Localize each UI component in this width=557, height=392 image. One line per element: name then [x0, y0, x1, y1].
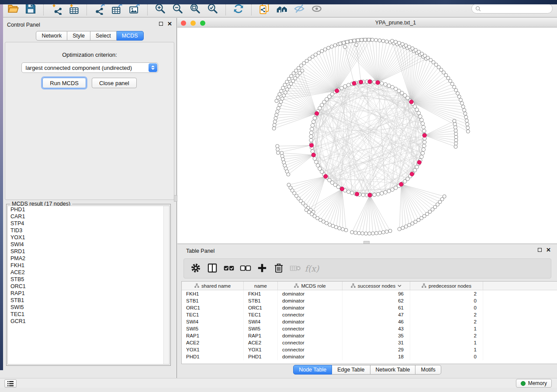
- column-header-predecessor-nodes[interactable]: predecessor nodes: [410, 282, 483, 290]
- close-window-traffic-light[interactable]: [181, 21, 186, 26]
- network-view-window: YPA_prune.txt_1: [177, 18, 557, 244]
- mcds-result-node[interactable]: ACE2: [8, 269, 169, 276]
- search-icon: [475, 6, 481, 12]
- table-row[interactable]: STB1STB1dominator620: [182, 297, 557, 304]
- mcds-result-node[interactable]: PHD1: [8, 206, 169, 213]
- table-row[interactable]: ORC1ORC1dominator610: [182, 304, 557, 311]
- control-panel-tabbar: NetworkStyleSelectMCDS: [3, 31, 176, 41]
- mcds-result-node[interactable]: CAR1: [8, 213, 169, 220]
- select-all-button[interactable]: [221, 260, 237, 277]
- table-cell: connector: [278, 311, 343, 318]
- search-input[interactable]: [481, 6, 549, 12]
- table-cell: 2: [410, 290, 483, 297]
- mcds-result-group: MCDS result (17 nodes) PHD1CAR1STP4TID3Y…: [6, 204, 171, 366]
- mcds-result-node[interactable]: SWI4: [8, 241, 169, 248]
- table-row[interactable]: SWI4SWI4dominator462: [182, 318, 557, 325]
- table-cell: dominator: [278, 353, 343, 360]
- delete-column-button: [287, 260, 304, 277]
- mcds-result-node[interactable]: TEC1: [8, 311, 169, 318]
- mcds-result-node[interactable]: YOX1: [8, 234, 169, 241]
- table-cell: 1: [410, 339, 483, 346]
- mcds-result-node[interactable]: RAP1: [8, 290, 169, 297]
- deselect-all-button[interactable]: [237, 260, 254, 277]
- close-panel-button[interactable]: Close panel: [92, 78, 137, 88]
- column-header-shared-name[interactable]: shared name: [182, 282, 244, 290]
- split-columns-button[interactable]: [204, 260, 221, 277]
- column-header-successor-nodes[interactable]: successor nodes: [343, 282, 410, 290]
- close-table-panel-icon[interactable]: ✕: [546, 248, 551, 252]
- tab-motifs[interactable]: Motifs: [415, 365, 441, 375]
- table-row[interactable]: TEC1TEC1connector472: [182, 311, 557, 318]
- table-cell: RAP1: [244, 332, 278, 339]
- table-row[interactable]: ACE2ACE2connector311: [182, 339, 557, 346]
- table-row[interactable]: YOX1YOX1connector291: [182, 346, 557, 353]
- table-cell: 35: [343, 332, 410, 339]
- mcds-result-list[interactable]: PHD1CAR1STP4TID3YOX1SWI4SRD1PMA2FKH1ACE2…: [7, 206, 170, 364]
- attribute-type-icon: [422, 283, 426, 288]
- node-table[interactable]: shared namenameMCDS rolesuccessor nodesp…: [181, 281, 557, 364]
- mcds-result-node[interactable]: SRD1: [8, 248, 169, 255]
- satellite-nodes[interactable]: [272, 38, 470, 235]
- table-cell: 2: [410, 332, 483, 339]
- table-row[interactable]: RAP1RAP1dominator352: [182, 332, 557, 339]
- mcds-result-node[interactable]: STP4: [8, 220, 169, 227]
- mcds-result-node[interactable]: STB1: [8, 297, 169, 304]
- network-window-titlebar[interactable]: YPA_prune.txt_1: [177, 18, 557, 28]
- column-header-name[interactable]: name: [244, 282, 278, 290]
- table-row[interactable]: PHD1PHD1dominator180: [182, 353, 557, 360]
- select-stepper-icon: [149, 63, 157, 72]
- table-cell: ACE2: [244, 339, 278, 346]
- vertical-splitter-grip[interactable]: [174, 195, 177, 202]
- table-cell: dominator: [278, 304, 343, 311]
- criterion-select[interactable]: largest connected component (undirected): [21, 62, 158, 73]
- function-builder-icon: f(x): [305, 264, 319, 273]
- mcds-result-node[interactable]: ORC1: [8, 283, 169, 290]
- gear-button[interactable]: [187, 260, 204, 277]
- table-row[interactable]: SWI5SWI5connector431: [182, 325, 557, 332]
- table-cell: SWI5: [244, 325, 278, 332]
- table-cell: 96: [343, 290, 410, 297]
- sort-desc-icon: [398, 285, 401, 287]
- column-label: shared name: [201, 283, 231, 289]
- float-panel-icon[interactable]: [159, 22, 163, 26]
- close-panel-icon[interactable]: ✕: [167, 22, 172, 26]
- search-field[interactable]: [471, 3, 553, 14]
- mcds-result-node[interactable]: SWI5: [8, 304, 169, 311]
- maximize-window-traffic-light[interactable]: [200, 21, 205, 26]
- network-canvas[interactable]: [177, 28, 557, 243]
- split-columns-icon: [206, 262, 218, 275]
- delete-button[interactable]: [270, 260, 287, 277]
- column-header-MCDS-role[interactable]: MCDS role: [278, 282, 343, 290]
- tab-node-table[interactable]: Node Table: [293, 365, 332, 375]
- mcds-result-node[interactable]: GCR1: [8, 318, 169, 325]
- tab-style[interactable]: Style: [67, 31, 90, 41]
- tab-select[interactable]: Select: [90, 31, 117, 41]
- table-row[interactable]: FKH1FKH1dominator962: [182, 290, 557, 297]
- mcds-result-node[interactable]: FKH1: [8, 262, 169, 269]
- tab-edge-table[interactable]: Edge Table: [332, 365, 370, 375]
- table-cell: connector: [278, 325, 343, 332]
- run-mcds-button[interactable]: Run MCDS: [42, 78, 86, 88]
- float-table-panel-icon[interactable]: [538, 248, 542, 252]
- show-panels-list-button[interactable]: [4, 379, 17, 388]
- mcds-result-node[interactable]: PMA2: [8, 255, 169, 262]
- memory-button[interactable]: Memory: [516, 379, 552, 388]
- table-cell: PHD1: [182, 353, 244, 360]
- table-cell: 31: [343, 339, 410, 346]
- mcds-result-node[interactable]: TID3: [8, 227, 169, 234]
- result-list-scrollbar[interactable]: [163, 206, 169, 364]
- status-bar: Memory: [0, 378, 557, 388]
- mcds-result-node[interactable]: STB5: [8, 276, 169, 283]
- tab-network[interactable]: Network: [36, 31, 67, 41]
- delete-icon: [273, 262, 285, 275]
- column-label: name: [254, 283, 267, 289]
- table-cell: 2: [410, 311, 483, 318]
- tab-network-table[interactable]: Network Table: [370, 365, 416, 375]
- add-column-button[interactable]: [254, 260, 270, 277]
- network-graph[interactable]: [177, 28, 556, 243]
- tab-mcds[interactable]: MCDS: [117, 31, 144, 41]
- minimize-window-traffic-light[interactable]: [190, 21, 196, 26]
- table-cell: SWI5: [182, 325, 244, 332]
- table-cell: FKH1: [182, 290, 244, 297]
- table-cell: dominator: [278, 297, 343, 304]
